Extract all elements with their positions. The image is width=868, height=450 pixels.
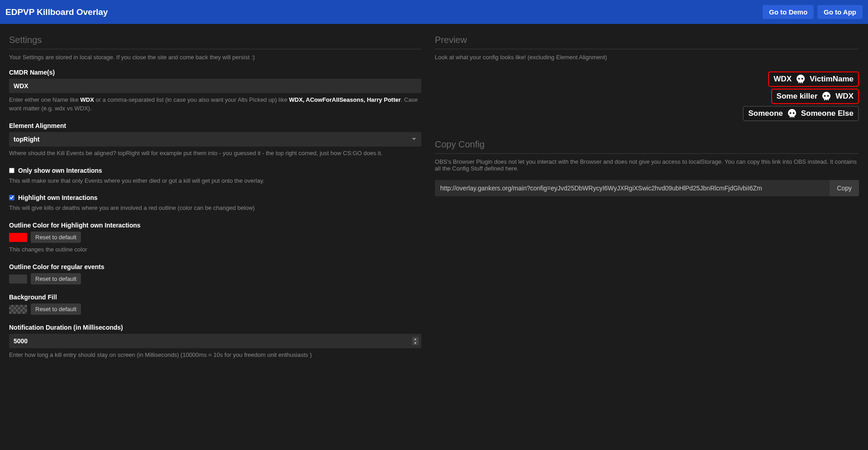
app-header: EDPVP Killboard Overlay Go to Demo Go to… [0, 0, 868, 24]
cmdr-help: Enter either one Name like WDX or a comm… [9, 96, 421, 113]
bg-fill-reset-button[interactable]: Reset to default [31, 303, 81, 315]
copy-button[interactable]: Copy [830, 180, 859, 196]
victim-name: WDX [835, 92, 854, 101]
only-own-label: Only show own Interactions [18, 167, 102, 174]
highlight-label: Highlight own Interactions [18, 194, 98, 201]
number-spinner[interactable]: ▲▼ [412, 337, 419, 345]
settings-title: Settings [9, 35, 421, 49]
kill-event: Someone Someone Else [743, 106, 859, 121]
outline-highlight-swatch[interactable] [9, 233, 27, 242]
settings-subtitle: Your Settings are stored in local storag… [9, 54, 421, 61]
preview-title: Preview [435, 35, 859, 49]
outline-highlight-reset-button[interactable]: Reset to default [31, 232, 81, 243]
outline-regular-reset-button[interactable]: Reset to default [31, 273, 81, 284]
outline-regular-label: Outline Color for regular events [9, 263, 421, 270]
alignment-help: Where should the Kill Events be aligned?… [9, 149, 421, 158]
outline-highlight-label: Outline Color for Highlight own Interact… [9, 222, 421, 229]
skull-icon [787, 108, 797, 119]
killer-name: Some killer [777, 92, 818, 101]
kill-event: Some killer WDX [771, 89, 859, 104]
alignment-select[interactable]: topRight [9, 132, 421, 147]
preview-area: WDX VictimName Some killer WDX Someone S… [435, 69, 859, 130]
bg-fill-label: Background Fill [9, 294, 421, 301]
outline-regular-swatch[interactable] [9, 275, 27, 284]
copy-title: Copy Config [435, 139, 859, 154]
preview-subtitle: Look at what your config looks like! (ex… [435, 54, 859, 61]
go-to-demo-button[interactable]: Go to Demo [763, 5, 814, 19]
killer-name: Someone [748, 109, 783, 118]
highlight-help: This will give kills or deaths where you… [9, 204, 421, 213]
killer-name: WDX [774, 75, 792, 84]
only-own-help: This will make sure that only Events whe… [9, 177, 421, 185]
outline-highlight-help: This changes the outline color [9, 246, 421, 254]
cmdr-label: CMDR Name(s) [9, 69, 421, 76]
duration-help: Enter how long a kill entry should stay … [9, 351, 421, 360]
page-title: EDPVP Killboard Overlay [5, 7, 108, 17]
skull-icon [821, 91, 832, 102]
duration-input[interactable] [9, 334, 421, 348]
go-to-app-button[interactable]: Go to App [817, 5, 863, 19]
skull-icon [795, 74, 806, 85]
cmdr-input[interactable] [9, 79, 421, 93]
copy-subtitle: OBS's Browser Plugin does not let you in… [435, 158, 859, 172]
victim-name: VictimName [810, 75, 854, 84]
duration-label: Notification Duration (in Milliseconds) [9, 324, 421, 331]
victim-name: Someone Else [801, 109, 854, 118]
alignment-label: Element Alignment [9, 122, 421, 129]
header-buttons: Go to Demo Go to App [763, 5, 863, 19]
kill-event: WDX VictimName [768, 71, 859, 87]
bg-fill-swatch[interactable] [9, 305, 27, 314]
only-own-checkbox[interactable] [9, 168, 14, 173]
highlight-checkbox[interactable] [9, 195, 14, 200]
config-url[interactable]: http://overlay.gankers.org/main?config=e… [435, 180, 830, 196]
